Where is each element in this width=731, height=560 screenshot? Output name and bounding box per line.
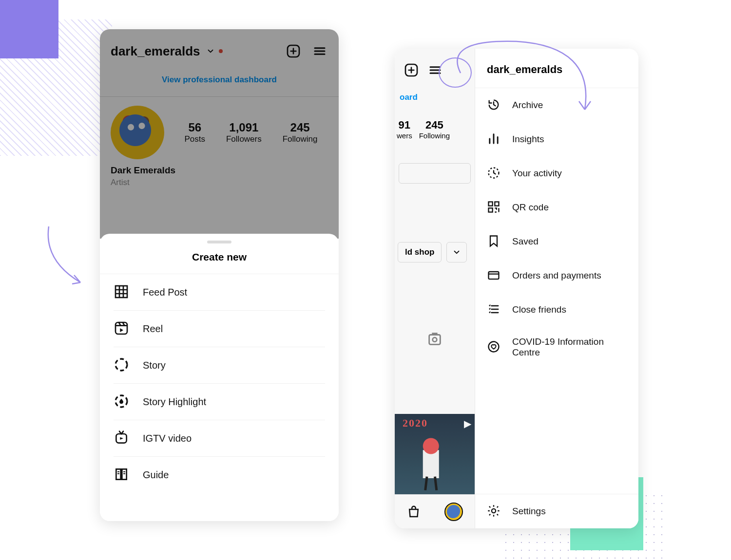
expand-button[interactable] [446, 242, 467, 262]
menu-your-activity[interactable]: Your activity [475, 156, 638, 190]
menu-close-friends[interactable]: Close friends [475, 293, 638, 327]
shop-tab-icon[interactable] [406, 504, 421, 519]
menu-qr-code[interactable]: QR code [475, 190, 638, 224]
svg-point-16 [489, 342, 499, 352]
svg-rect-13 [495, 202, 499, 206]
svg-point-10 [423, 438, 439, 454]
guide-icon [114, 467, 130, 483]
create-feed-post[interactable]: Feed Post [114, 274, 325, 311]
create-button[interactable] [285, 43, 302, 59]
professional-dashboard-link[interactable]: View professional dashboard [100, 68, 339, 97]
svg-point-17 [492, 509, 496, 513]
create-igtv[interactable]: IGTV video [114, 420, 325, 457]
svg-point-3 [115, 359, 127, 371]
qr-icon [487, 200, 501, 215]
close-friends-icon [487, 302, 501, 317]
empty-input[interactable] [399, 163, 471, 184]
svg-rect-9 [423, 450, 439, 478]
chevron-down-icon[interactable] [206, 47, 215, 56]
menu-settings[interactable]: Settings [475, 494, 638, 528]
grid-icon [114, 284, 130, 300]
svg-rect-15 [489, 272, 499, 279]
posts-stat[interactable]: 56 Posts [184, 121, 205, 144]
story-highlight-icon [114, 393, 130, 410]
settings-icon [487, 504, 501, 519]
menu-saved[interactable]: Saved [475, 224, 638, 259]
annotation-arrow-left [39, 222, 97, 290]
tagged-tab-icon[interactable] [395, 331, 475, 347]
profile-screen-dimmed: dark_emeralds View professional dashboar… [100, 29, 339, 239]
svg-rect-1 [115, 286, 127, 298]
create-new-sheet: Create new Feed Post Reel Story Story Hi… [100, 234, 339, 521]
followers-stat-partial[interactable]: 91 wers [397, 119, 412, 140]
insights-icon [487, 132, 501, 147]
profile-tab-avatar[interactable] [444, 503, 463, 521]
card-icon [487, 268, 501, 283]
igtv-icon [114, 430, 130, 447]
create-guide[interactable]: Guide [114, 457, 325, 493]
svg-rect-7 [429, 335, 441, 345]
svg-rect-2 [115, 322, 127, 334]
notification-dot [219, 49, 223, 53]
display-name: Dark Emeralds [111, 165, 328, 176]
sheet-handle[interactable] [207, 241, 231, 243]
saved-icon [487, 234, 501, 249]
activity-icon [487, 166, 501, 181]
hamburger-menu-icon[interactable] [311, 43, 328, 59]
sheet-title: Create new [100, 248, 339, 274]
heart-circle-icon [487, 340, 501, 355]
create-story[interactable]: Story [114, 347, 325, 384]
shop-button-partial[interactable]: ld shop [398, 242, 442, 262]
create-reel[interactable]: Reel [114, 311, 325, 347]
category: Artist [111, 178, 328, 187]
following-stat[interactable]: 245 Following [283, 121, 318, 144]
svg-rect-14 [489, 208, 493, 212]
svg-point-8 [433, 337, 437, 342]
phone-left: dark_emeralds View professional dashboar… [100, 29, 339, 521]
menu-covid-info[interactable]: COVID-19 Information Centre [475, 327, 638, 368]
decorative-purple-block [0, 0, 58, 58]
create-button[interactable] [404, 62, 419, 78]
menu-orders-payments[interactable]: Orders and payments [475, 259, 638, 293]
annotation-arrow-right [434, 34, 604, 131]
create-story-highlight[interactable]: Story Highlight [114, 384, 325, 420]
avatar[interactable] [111, 106, 164, 159]
story-icon [114, 357, 130, 373]
username[interactable]: dark_emeralds [111, 44, 200, 59]
post-thumbnail[interactable]: 2020 ▶ [395, 414, 475, 494]
svg-rect-12 [489, 202, 493, 206]
reel-icon [114, 320, 130, 337]
followers-stat[interactable]: 1,091 Followers [226, 121, 262, 144]
